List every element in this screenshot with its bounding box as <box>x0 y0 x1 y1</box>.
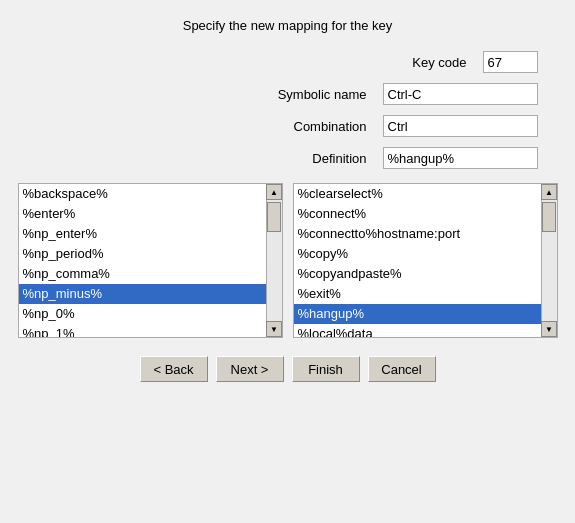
right-scroll-thumb[interactable] <box>542 202 556 232</box>
right-scrollbar[interactable]: ▲ ▼ <box>541 184 557 337</box>
right-scroll-down[interactable]: ▼ <box>541 321 557 337</box>
list-item[interactable]: %connectto%hostname:port <box>294 224 541 244</box>
right-list[interactable]: %clearselect%%connect%%connectto%hostnam… <box>294 184 541 337</box>
left-scroll-up[interactable]: ▲ <box>266 184 282 200</box>
lists-area: %backspace%%enter%%np_enter%%np_period%%… <box>18 183 558 338</box>
definition-label: Definition <box>223 151 383 166</box>
symbolic-label: Symbolic name <box>223 87 383 102</box>
list-item[interactable]: %local%data <box>294 324 541 337</box>
left-list-container: %backspace%%enter%%np_enter%%np_period%%… <box>18 183 283 338</box>
definition-input[interactable] <box>383 147 538 169</box>
keycode-row: Key code <box>38 51 538 73</box>
next-button[interactable]: Next > <box>216 356 284 382</box>
cancel-button[interactable]: Cancel <box>368 356 436 382</box>
list-item[interactable]: %np_comma% <box>19 264 266 284</box>
list-item[interactable]: %connect% <box>294 204 541 224</box>
right-scroll-up[interactable]: ▲ <box>541 184 557 200</box>
left-scroll-down[interactable]: ▼ <box>266 321 282 337</box>
back-button[interactable]: < Back <box>140 356 208 382</box>
left-list[interactable]: %backspace%%enter%%np_enter%%np_period%%… <box>19 184 266 337</box>
combination-label: Combination <box>223 119 383 134</box>
list-item[interactable]: %np_minus% <box>19 284 266 304</box>
list-item[interactable]: %backspace% <box>19 184 266 204</box>
symbolic-row: Symbolic name <box>38 83 538 105</box>
combination-input[interactable] <box>383 115 538 137</box>
list-item[interactable]: %clearselect% <box>294 184 541 204</box>
list-item[interactable]: %np_0% <box>19 304 266 324</box>
list-item[interactable]: %hangup% <box>294 304 541 324</box>
list-item[interactable]: %enter% <box>19 204 266 224</box>
list-item[interactable]: %np_1% <box>19 324 266 337</box>
button-area: < Back Next > Finish Cancel <box>140 356 436 382</box>
definition-row: Definition <box>38 147 538 169</box>
symbolic-input[interactable] <box>383 83 538 105</box>
left-scrollbar[interactable]: ▲ ▼ <box>266 184 282 337</box>
finish-button[interactable]: Finish <box>292 356 360 382</box>
list-item[interactable]: %copyandpaste% <box>294 264 541 284</box>
combination-row: Combination <box>38 115 538 137</box>
list-item[interactable]: %np_enter% <box>19 224 266 244</box>
list-item[interactable]: %exit% <box>294 284 541 304</box>
right-list-container: %clearselect%%connect%%connectto%hostnam… <box>293 183 558 338</box>
keycode-input[interactable] <box>483 51 538 73</box>
form-area: Key code Symbolic name Combination Defin… <box>38 51 538 169</box>
keycode-label: Key code <box>323 55 483 70</box>
page-title: Specify the new mapping for the key <box>183 18 393 33</box>
left-scroll-thumb[interactable] <box>267 202 281 232</box>
list-item[interactable]: %np_period% <box>19 244 266 264</box>
list-item[interactable]: %copy% <box>294 244 541 264</box>
